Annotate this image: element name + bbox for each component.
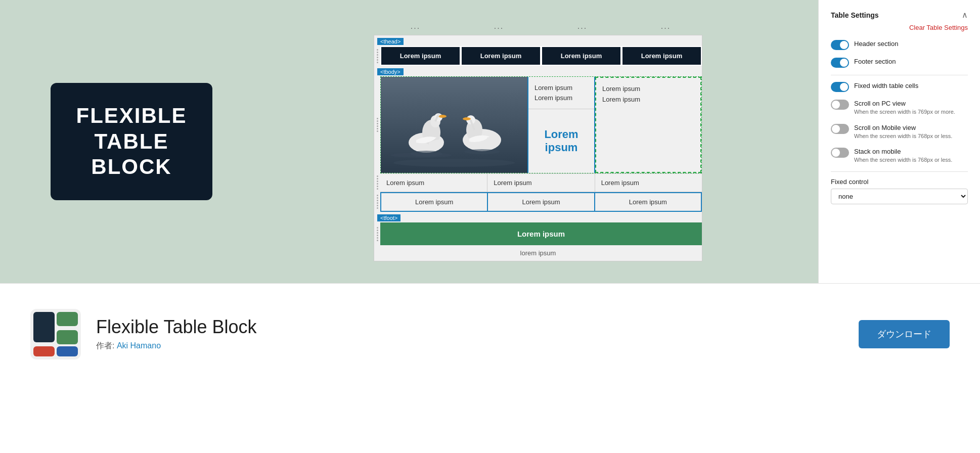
settings-header: Table Settings ∧ bbox=[831, 10, 968, 20]
author-link[interactable]: Aki Hamano bbox=[117, 341, 161, 350]
svg-point-13 bbox=[410, 151, 442, 157]
tbody-right-cell: Lorem ipsumLorem ipsum bbox=[595, 77, 701, 173]
chevron-up-icon[interactable]: ∧ bbox=[962, 10, 968, 20]
table-preview: <thead> Lorem ipsum Lorem ipsum Lorem ip… bbox=[374, 35, 702, 261]
icon-cell-red bbox=[33, 346, 55, 356]
third-row-cell: Lorem ipsum bbox=[594, 192, 702, 212]
header-section-label: Header section bbox=[854, 39, 898, 49]
svg-rect-1 bbox=[381, 77, 527, 173]
header-section-setting: Header section bbox=[831, 39, 968, 50]
bottom-section: Flexible Table Block 作者: Aki Hamano ダウンロ… bbox=[0, 283, 980, 384]
footer-section-setting: Footer section bbox=[831, 57, 968, 68]
second-row-cell: Lorem ipsum bbox=[380, 174, 487, 192]
tbody-label: <tbody> bbox=[377, 68, 404, 75]
stack-mobile-setting: Stack on mobile When the screen width is… bbox=[831, 147, 968, 164]
scroll-mobile-setting: Scroll on Mobile view When the screen wi… bbox=[831, 123, 968, 141]
scroll-pc-sublabel: When the screen width is 769px or more. bbox=[854, 108, 955, 116]
fixed-control-container: Fixed control none first column first ro… bbox=[831, 178, 968, 204]
footer-section-label: Footer section bbox=[854, 57, 896, 66]
fixed-width-setting: Fixed width table cells bbox=[831, 81, 968, 92]
fixed-control-label: Fixed control bbox=[831, 178, 968, 186]
tfoot-label: <tfoot> bbox=[377, 214, 400, 221]
plugin-icon bbox=[30, 309, 81, 359]
thead-cell: Lorem ipsum bbox=[380, 46, 461, 66]
download-button[interactable]: ダウンロード bbox=[859, 320, 950, 348]
dots-row: ··· ··· ··· ··· bbox=[374, 22, 707, 35]
swan-image-cell bbox=[381, 77, 527, 173]
icon-cell-green2 bbox=[57, 330, 78, 344]
scroll-mobile-label: Scroll on Mobile view When the screen wi… bbox=[854, 123, 952, 141]
footer-section-toggle[interactable] bbox=[831, 58, 849, 68]
settings-title: Table Settings bbox=[831, 11, 879, 19]
stack-mobile-label: Stack on mobile When the screen width is… bbox=[854, 147, 952, 164]
preview-area: ··· ··· ··· ··· <thead> Lorem ipsum Lore… bbox=[263, 0, 818, 283]
drag-handle-tfoot[interactable] bbox=[374, 222, 380, 245]
scroll-pc-label: Scroll on PC view When the screen width … bbox=[854, 99, 955, 116]
caption-row: lorem ipsum bbox=[374, 245, 702, 261]
svg-point-2 bbox=[393, 159, 515, 167]
tbody-section: Lorem ipsumLorem ipsum Lorem ipsum Lorem… bbox=[380, 76, 702, 173]
plugin-info: Flexible Table Block 作者: Aki Hamano bbox=[96, 316, 843, 351]
thead-cell: Lorem ipsum bbox=[621, 46, 702, 66]
clear-table-settings-link[interactable]: Clear Table Settings bbox=[831, 24, 968, 31]
scroll-pc-toggle[interactable] bbox=[831, 100, 849, 110]
logo-text: FLEXIBLE TABLE BLOCK bbox=[76, 103, 187, 179]
scroll-pc-setting: Scroll on PC view When the screen width … bbox=[831, 99, 968, 116]
third-row: Lorem ipsum Lorem ipsum Lorem ipsum bbox=[380, 192, 702, 212]
thead-row: Lorem ipsum Lorem ipsum Lorem ipsum Lore… bbox=[374, 46, 702, 66]
drag-handle-tbody[interactable] bbox=[374, 76, 380, 173]
stack-mobile-toggle[interactable] bbox=[831, 148, 849, 158]
svg-point-12 bbox=[463, 117, 471, 120]
tbody-middle-bottom: Lorem ipsum bbox=[528, 109, 594, 173]
logo-area: FLEXIBLE TABLE BLOCK bbox=[0, 0, 263, 283]
tbody-middle-cell: Lorem ipsumLorem ipsum Lorem ipsum bbox=[527, 77, 595, 173]
scroll-mobile-toggle[interactable] bbox=[831, 124, 849, 134]
header-section-toggle[interactable] bbox=[831, 40, 849, 50]
thead-cell: Lorem ipsum bbox=[541, 46, 621, 66]
drag-handle-row3[interactable] bbox=[374, 192, 380, 212]
tfoot-section: Lorem ipsum bbox=[380, 222, 702, 245]
third-row-cell: Lorem ipsum bbox=[380, 192, 487, 212]
fixed-width-label: Fixed width table cells bbox=[854, 81, 918, 90]
thead-label: <thead> bbox=[377, 38, 404, 45]
svg-point-8 bbox=[438, 115, 447, 118]
second-row-cell: Lorem ipsum bbox=[595, 174, 702, 192]
fixed-width-toggle[interactable] bbox=[831, 82, 849, 92]
thead-cell: Lorem ipsum bbox=[461, 46, 541, 66]
stack-mobile-sublabel: When the screen width is 768px or less. bbox=[854, 156, 952, 164]
fixed-control-select[interactable]: none first column first row bbox=[831, 189, 968, 204]
drag-handle[interactable] bbox=[374, 46, 380, 66]
logo-box: FLEXIBLE TABLE BLOCK bbox=[51, 83, 212, 200]
icon-cell-dark-tall bbox=[33, 312, 55, 342]
divider bbox=[831, 75, 968, 75]
second-row: Lorem ipsum Lorem ipsum Lorem ipsum bbox=[380, 173, 702, 192]
icon-cell-blue bbox=[57, 346, 78, 356]
scroll-mobile-sublabel: When the screen width is 768px or less. bbox=[854, 132, 952, 140]
settings-panel: Table Settings ∧ Clear Table Settings He… bbox=[818, 0, 980, 283]
plugin-author: 作者: Aki Hamano bbox=[96, 341, 843, 351]
plugin-name: Flexible Table Block bbox=[96, 316, 843, 338]
drag-handle-row2[interactable] bbox=[374, 173, 380, 192]
divider-2 bbox=[831, 171, 968, 172]
icon-cell-green bbox=[57, 312, 78, 326]
second-row-cell: Lorem ipsum bbox=[487, 174, 595, 192]
svg-point-14 bbox=[464, 149, 500, 154]
third-row-cell: Lorem ipsum bbox=[487, 192, 594, 212]
tbody-middle-top: Lorem ipsumLorem ipsum bbox=[528, 77, 594, 109]
